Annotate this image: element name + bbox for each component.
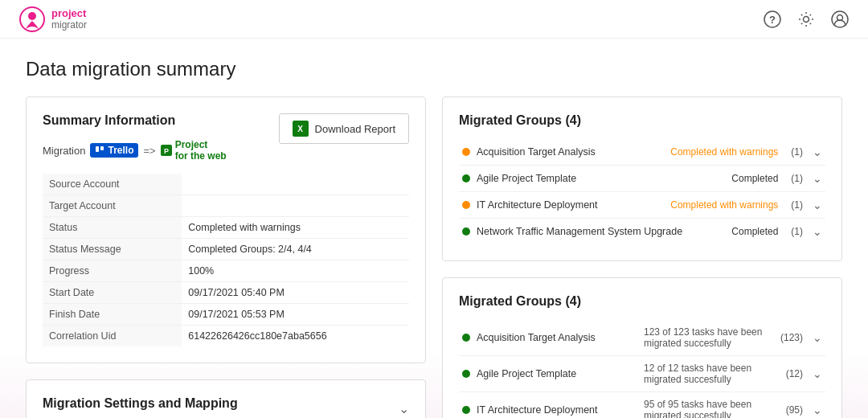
status-dot (462, 370, 470, 378)
svg-point-4 (804, 16, 809, 22)
project-line1: Project (175, 139, 227, 150)
task-count: (123) (780, 332, 803, 343)
page-title: Data migration summary (26, 58, 842, 80)
settings-icon[interactable] (797, 10, 815, 28)
group-status: Completed (731, 173, 778, 184)
table-row: Start Date09/17/2021 05:40 PM (43, 281, 409, 303)
project-badge: P Project for the web (161, 139, 227, 162)
expand-icon[interactable]: ⌄ (813, 404, 822, 416)
table-cell-value (182, 195, 409, 216)
migrated-groups-card-2: Migrated Groups (4) Acquisition Target A… (442, 277, 842, 418)
table-row: Source Account (43, 174, 409, 195)
help-icon[interactable]: ? (764, 10, 781, 28)
group-name: Network Traffic Management System Upgrad… (477, 226, 725, 237)
list-item: IT Architecture DeploymentCompleted with… (459, 192, 825, 219)
logo-icon (19, 6, 45, 32)
migrated-groups-card-1: Migrated Groups (4) Acquisition Target A… (442, 96, 842, 261)
table-cell-label: Status (43, 216, 182, 238)
table-cell-value (182, 174, 409, 195)
expand-icon[interactable]: ⌄ (813, 331, 822, 344)
table-cell-value: 09/17/2021 05:53 PM (182, 303, 409, 325)
migration-arrow: => (143, 145, 155, 157)
table-cell-value: 100% (182, 260, 409, 281)
task-name: Agile Project Template (477, 368, 637, 379)
list-item: Agile Project Template12 of 12 tasks hav… (459, 356, 825, 392)
group-status: Completed with warnings (670, 199, 778, 211)
table-cell-value: Completed Groups: 2/4, 4/4 (182, 238, 409, 260)
left-column: Summary Information Migration Trello => (26, 96, 426, 418)
svg-rect-8 (100, 146, 104, 150)
table-cell-value: Completed with warnings (182, 216, 409, 238)
table-row: Finish Date09/17/2021 05:53 PM (43, 303, 409, 325)
task-count: (12) (786, 368, 803, 379)
table-row: Progress100% (43, 260, 409, 281)
list-item: Acquisition Target AnalysisCompleted wit… (459, 139, 825, 166)
task-count: (95) (786, 404, 803, 416)
project-label: Project for the web (175, 139, 227, 162)
group-status: Completed (731, 226, 778, 237)
task-name: IT Architecture Deployment (477, 404, 637, 416)
group-count: (1) (791, 199, 803, 211)
table-cell-label: Target Account (43, 195, 182, 216)
expand-icon[interactable]: ⌄ (813, 172, 822, 185)
status-dot (462, 148, 470, 156)
project-icon: P (161, 145, 172, 156)
table-cell-label: Source Account (43, 174, 182, 195)
svg-text:?: ? (769, 13, 776, 25)
migration-row: Migration Trello => (43, 139, 227, 162)
status-dot (462, 334, 470, 342)
groups-list-2: Acquisition Target Analysis123 of 123 ta… (459, 320, 825, 418)
logo-area: project migrator (19, 6, 87, 32)
migrated-groups-title-1: Migrated Groups (4) (459, 113, 825, 128)
user-icon[interactable] (831, 10, 849, 28)
list-item: Agile Project TemplateCompleted(1)⌄ (459, 166, 825, 192)
logo-project: project (51, 7, 87, 20)
task-description: 12 of 12 tasks have been migrated succes… (644, 363, 780, 385)
logo-text: project migrator (51, 7, 87, 31)
download-button-label: Download Report (315, 123, 395, 135)
migration-label: Migration (43, 145, 85, 157)
svg-text:P: P (164, 147, 169, 155)
migrated-groups-title-2: Migrated Groups (4) (459, 294, 825, 309)
table-row: Status MessageCompleted Groups: 2/4, 4/4 (43, 238, 409, 260)
group-name: IT Architecture Deployment (477, 199, 664, 211)
svg-point-1 (28, 12, 36, 20)
group-count: (1) (791, 146, 803, 158)
task-name: Acquisition Target Analysis (477, 332, 637, 343)
main-content: Data migration summary Summary Informati… (0, 39, 868, 418)
expand-icon[interactable]: ⌄ (813, 225, 822, 238)
table-row: StatusCompleted with warnings (43, 216, 409, 238)
status-dot (462, 227, 470, 236)
chevron-down-icon[interactable]: ⌄ (399, 401, 409, 416)
trello-icon (95, 145, 104, 155)
download-report-button[interactable]: X Download Report (279, 113, 409, 144)
table-cell-label: Start Date (43, 281, 182, 303)
status-dot (462, 201, 470, 209)
expand-icon[interactable]: ⌄ (813, 199, 822, 211)
summary-card-title: Summary Information (43, 113, 227, 128)
table-cell-label: Finish Date (43, 303, 182, 325)
group-name: Acquisition Target Analysis (477, 146, 664, 158)
expand-icon[interactable]: ⌄ (813, 367, 822, 380)
summary-title-area: Summary Information Migration Trello => (43, 113, 227, 162)
table-cell-label: Correlation Uid (43, 325, 182, 346)
list-item: Network Traffic Management System Upgrad… (459, 219, 825, 244)
excel-icon: X (293, 121, 309, 137)
project-line2: for the web (175, 150, 227, 162)
group-count: (1) (791, 226, 803, 237)
trello-label: Trello (108, 145, 133, 156)
group-name: Agile Project Template (477, 173, 725, 184)
settings-header: Migration Settings and Mapping ⌄ (43, 396, 409, 418)
group-count: (1) (791, 173, 803, 184)
table-cell-value: 61422626426cc180e7aba5656 (182, 325, 409, 346)
summary-table: Source AccountTarget AccountStatusComple… (43, 174, 409, 346)
status-dot (462, 174, 470, 182)
expand-icon[interactable]: ⌄ (813, 145, 822, 158)
table-row: Correlation Uid61422626426cc180e7aba5656 (43, 325, 409, 346)
table-row: Target Account (43, 195, 409, 216)
content-grid: Summary Information Migration Trello => (26, 96, 842, 418)
table-cell-label: Progress (43, 260, 182, 281)
trello-badge: Trello (90, 143, 138, 158)
table-cell-value: 09/17/2021 05:40 PM (182, 281, 409, 303)
groups-list-1: Acquisition Target AnalysisCompleted wit… (459, 139, 825, 244)
